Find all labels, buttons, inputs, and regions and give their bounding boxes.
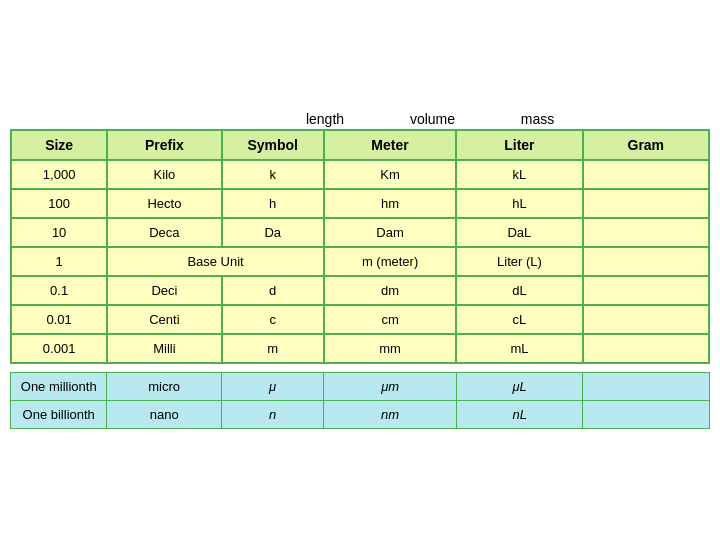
cell-prefix: micro [107,373,221,401]
cell-prefix: Deca [107,218,221,247]
cell-prefix: nano [107,401,221,429]
header-meter: Meter [324,130,456,160]
header-symbol: Symbol [222,130,324,160]
table-row: 100 Hecto h hm hL [11,189,709,218]
top-labels-row: length volume mass [10,111,710,127]
cell-meter: Km [324,160,456,189]
cell-meter: nm [324,401,457,429]
cell-symbol: h [222,189,324,218]
cell-size: One billionth [11,401,107,429]
cell-meter: hm [324,189,456,218]
cell-base-unit: Base Unit [107,247,324,276]
header-row: Size Prefix Symbol Meter Liter Gram [11,130,709,160]
cell-symbol: n [221,401,323,429]
header-size: Size [11,130,107,160]
cell-meter: cm [324,305,456,334]
header-prefix: Prefix [107,130,221,160]
cell-liter: Liter (L) [456,247,582,276]
cell-liter: DaL [456,218,582,247]
cell-meter: dm [324,276,456,305]
table-row: 0.01 Centi c cm cL [11,305,709,334]
cell-prefix: Centi [107,305,221,334]
cell-symbol: c [222,305,324,334]
blue-table: One millionth micro μ μm μL One billiont… [10,372,710,429]
table-row: One billionth nano n nm nL [11,401,710,429]
cell-size: 0.001 [11,334,107,363]
header-gram: Gram [583,130,709,160]
cell-prefix: Hecto [107,189,221,218]
table-row: 10 Deca Da Dam DaL [11,218,709,247]
label-volume: volume [380,111,485,127]
cell-gram [583,305,709,334]
table-row: 0.1 Deci d dm dL [11,276,709,305]
table-row: 1 Base Unit m (meter) Liter (L) [11,247,709,276]
cell-meter: μm [324,373,457,401]
cell-symbol: Da [222,218,324,247]
cell-size: 0.01 [11,305,107,334]
cell-symbol: μ [221,373,323,401]
cell-gram [583,334,709,363]
cell-size: 0.1 [11,276,107,305]
cell-size: 100 [11,189,107,218]
cell-liter: μL [456,373,583,401]
cell-meter: m (meter) [324,247,456,276]
cell-symbol: k [222,160,324,189]
main-table: Size Prefix Symbol Meter Liter Gram 1,00… [10,129,710,364]
cell-liter: cL [456,305,582,334]
cell-size: 1,000 [11,160,107,189]
cell-liter: mL [456,334,582,363]
cell-symbol: m [222,334,324,363]
cell-prefix: Milli [107,334,221,363]
cell-prefix: Kilo [107,160,221,189]
cell-gram [583,401,710,429]
cell-prefix: Deci [107,276,221,305]
cell-size: One millionth [11,373,107,401]
cell-size: 1 [11,247,107,276]
cell-meter: mm [324,334,456,363]
label-length: length [270,111,380,127]
table-row: 1,000 Kilo k Km kL [11,160,709,189]
cell-liter: hL [456,189,582,218]
cell-size: 10 [11,218,107,247]
table-row: One millionth micro μ μm μL [11,373,710,401]
header-liter: Liter [456,130,582,160]
cell-gram [583,247,709,276]
table-row: 0.001 Milli m mm mL [11,334,709,363]
cell-gram [583,276,709,305]
cell-liter: dL [456,276,582,305]
cell-meter: Dam [324,218,456,247]
cell-gram [583,373,710,401]
cell-liter: nL [456,401,583,429]
main-container: length volume mass Size Prefix Symbol Me… [10,111,710,429]
cell-gram [583,218,709,247]
cell-gram [583,160,709,189]
label-mass: mass [485,111,590,127]
cell-gram [583,189,709,218]
cell-liter: kL [456,160,582,189]
cell-symbol: d [222,276,324,305]
